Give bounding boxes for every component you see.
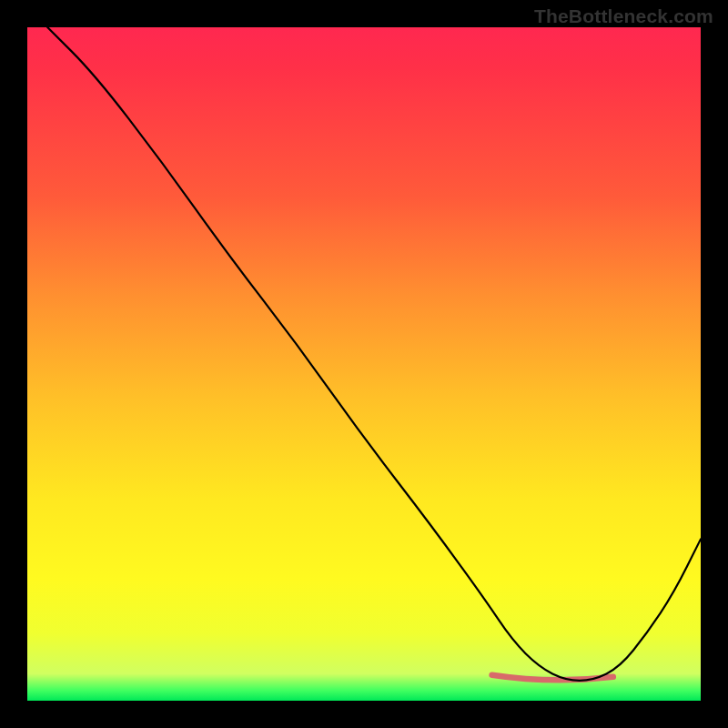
bottleneck-curve-line — [47, 27, 701, 681]
chart-plot-area — [27, 27, 701, 701]
watermark-text: TheBottleneck.com — [534, 5, 713, 27]
chart-svg — [27, 27, 701, 701]
